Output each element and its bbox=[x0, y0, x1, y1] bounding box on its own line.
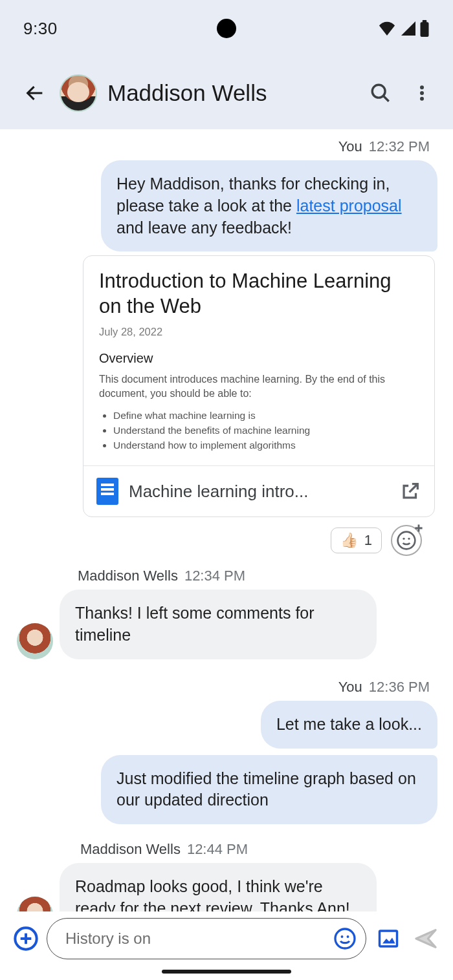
attach-button[interactable] bbox=[12, 924, 40, 953]
image-icon bbox=[377, 927, 400, 950]
message-placeholder: History is on bbox=[65, 930, 333, 948]
svg-rect-0 bbox=[421, 22, 429, 37]
plus-badge-icon bbox=[414, 524, 423, 533]
emoji-add-icon bbox=[396, 530, 417, 551]
doc-bullet: Understand the benefits of machine learn… bbox=[113, 423, 419, 438]
google-docs-icon bbox=[96, 478, 118, 505]
message-meta: You 12:32 PM bbox=[16, 138, 430, 155]
sender-label: You bbox=[338, 679, 362, 696]
doc-bullet: Understand how to implement algorithms bbox=[113, 438, 419, 453]
wifi-icon bbox=[378, 21, 396, 36]
svg-point-8 bbox=[408, 538, 410, 540]
svg-point-5 bbox=[420, 97, 424, 101]
message-row: Hey Maddison, thanks for checking in, pl… bbox=[16, 160, 437, 251]
svg-point-12 bbox=[347, 935, 349, 938]
search-icon bbox=[370, 82, 392, 104]
message-row: Thanks! I left some comments for timelin… bbox=[16, 590, 437, 659]
doc-date: July 28, 2022 bbox=[99, 326, 419, 338]
emoji-icon[interactable] bbox=[333, 927, 357, 950]
send-icon bbox=[413, 926, 439, 952]
svg-point-11 bbox=[341, 935, 344, 938]
sender-label: Maddison Wells bbox=[78, 568, 178, 584]
svg-point-2 bbox=[372, 85, 385, 98]
status-time: 9:30 bbox=[23, 19, 58, 39]
arrow-back-icon bbox=[24, 82, 46, 104]
doc-heading: Overview bbox=[99, 351, 419, 366]
battery-icon bbox=[419, 20, 430, 37]
navigation-handle[interactable] bbox=[162, 970, 291, 974]
search-button[interactable] bbox=[365, 78, 396, 109]
more-options-button[interactable] bbox=[406, 78, 437, 109]
svg-point-3 bbox=[420, 85, 424, 89]
cellular-signal-icon bbox=[400, 21, 415, 36]
message-text: Let me take a look... bbox=[276, 715, 422, 733]
message-meta: Maddison Wells 12:34 PM bbox=[78, 568, 430, 584]
svg-rect-13 bbox=[380, 931, 397, 946]
attachment-filename: Machine learning intro... bbox=[129, 482, 389, 502]
doc-bullets: Define what machine learning is Understa… bbox=[113, 408, 419, 453]
attachment-footer[interactable]: Machine learning intro... bbox=[83, 465, 434, 517]
contact-name: Maddison Wells bbox=[107, 80, 355, 106]
status-indicators bbox=[378, 20, 430, 37]
svg-point-4 bbox=[420, 91, 424, 95]
message-time: 12:32 PM bbox=[369, 138, 430, 155]
attachment-card[interactable]: Introduction to Machine Learning on the … bbox=[83, 255, 435, 517]
chat-body: You 12:32 PM Hey Maddison, thanks for ch… bbox=[0, 129, 453, 933]
svg-point-6 bbox=[398, 532, 415, 549]
reaction-count: 1 bbox=[364, 532, 372, 549]
reactions-row: 👍🏻 1 bbox=[16, 525, 422, 556]
reaction-emoji: 👍🏻 bbox=[340, 532, 358, 549]
outgoing-message-bubble[interactable]: Let me take a look... bbox=[261, 701, 437, 749]
plus-circle-icon bbox=[13, 926, 39, 952]
conversation-header: Maddison Wells bbox=[0, 57, 453, 129]
message-meta: Maddison Wells 12:44 PM bbox=[80, 841, 430, 858]
svg-rect-1 bbox=[423, 20, 427, 23]
message-time: 12:34 PM bbox=[184, 568, 245, 584]
message-text: Thanks! I left some comments for timelin… bbox=[75, 604, 315, 644]
contact-avatar[interactable] bbox=[60, 74, 97, 112]
message-row: Just modified the timeline graph based o… bbox=[16, 749, 437, 825]
reaction-pill[interactable]: 👍🏻 1 bbox=[331, 527, 382, 553]
sender-avatar[interactable] bbox=[17, 623, 53, 659]
doc-paragraph: This document introduces machine learnin… bbox=[99, 372, 419, 401]
camera-cutout bbox=[217, 19, 236, 38]
message-text: Just modified the timeline graph based o… bbox=[116, 769, 416, 809]
message-text-post: and leave any feedback! bbox=[116, 218, 292, 237]
send-button[interactable] bbox=[410, 923, 441, 954]
message-meta: You 12:36 PM bbox=[16, 679, 430, 696]
incoming-message-bubble[interactable]: Thanks! I left some comments for timelin… bbox=[60, 590, 377, 659]
svg-point-10 bbox=[335, 929, 355, 948]
status-bar: 9:30 bbox=[0, 0, 453, 57]
sender-label: You bbox=[338, 138, 362, 155]
message-row: Let me take a look... bbox=[16, 701, 437, 749]
outgoing-message-bubble[interactable]: Hey Maddison, thanks for checking in, pl… bbox=[101, 160, 437, 251]
doc-title: Introduction to Machine Learning on the … bbox=[99, 269, 419, 319]
back-button[interactable] bbox=[21, 79, 49, 107]
message-time: 12:44 PM bbox=[187, 841, 248, 858]
more-vert-icon bbox=[412, 83, 432, 103]
add-reaction-button[interactable] bbox=[391, 525, 422, 556]
message-input[interactable]: History is on bbox=[47, 918, 366, 959]
svg-point-7 bbox=[403, 538, 404, 540]
proposal-link[interactable]: latest proposal bbox=[296, 197, 402, 215]
sender-label: Maddison Wells bbox=[80, 841, 181, 858]
message-time: 12:36 PM bbox=[369, 679, 430, 696]
open-external-icon[interactable] bbox=[399, 480, 421, 502]
doc-bullet: Define what machine learning is bbox=[113, 408, 419, 423]
outgoing-message-bubble[interactable]: Just modified the timeline graph based o… bbox=[101, 755, 437, 825]
attachment-preview: Introduction to Machine Learning on the … bbox=[83, 256, 434, 465]
insert-image-button[interactable] bbox=[373, 923, 404, 954]
composer-bar: History is on bbox=[0, 911, 453, 959]
